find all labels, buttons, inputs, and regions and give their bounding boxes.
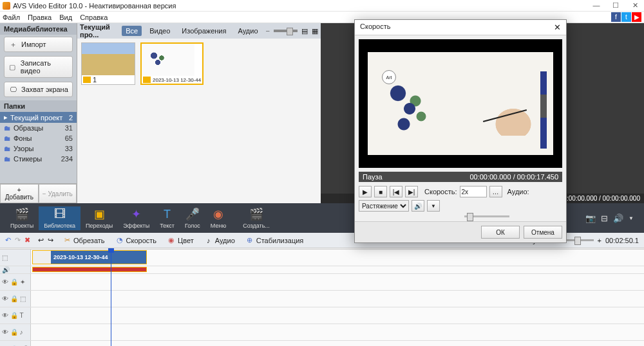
add-folder-button[interactable]: + Добавить bbox=[0, 184, 39, 203]
tab-images[interactable]: Изображения bbox=[178, 26, 230, 36]
gallery-title: Текущий про... bbox=[80, 23, 118, 39]
menu-edit[interactable]: Правка bbox=[28, 14, 52, 21]
tab-audio[interactable]: Аудио bbox=[234, 26, 261, 36]
playhead[interactable] bbox=[111, 248, 111, 346]
thumb-image bbox=[82, 43, 135, 75]
split-icon[interactable]: ⊟ bbox=[601, 214, 608, 223]
track-effects-head[interactable]: 👁 🔒 ✦ bbox=[0, 274, 31, 290]
thumb-image bbox=[142, 44, 194, 76]
facebook-icon[interactable]: f bbox=[611, 12, 621, 22]
dlg-prev-button[interactable]: |◀ bbox=[390, 186, 402, 197]
video-icon bbox=[143, 77, 151, 83]
folder-backgrounds[interactable]: 🖿Фоны65 bbox=[0, 133, 77, 143]
speed-more-button[interactable]: … bbox=[489, 186, 502, 197]
tab-transitions[interactable]: ▣Переходы bbox=[80, 206, 118, 230]
create-button[interactable]: 🎬Создать... bbox=[238, 206, 275, 230]
track-text-head[interactable]: 👁 🔒 T bbox=[0, 307, 31, 323]
tab-voice[interactable]: 🎤Голос bbox=[180, 206, 205, 230]
folder-actions: + Добавить − Удалить bbox=[0, 183, 77, 203]
tab-text[interactable]: TТекст bbox=[155, 206, 180, 230]
undo-icon[interactable]: ↶ bbox=[5, 236, 11, 244]
speed-button[interactable]: ◔Скорость bbox=[114, 235, 158, 246]
track-overlay[interactable] bbox=[31, 291, 644, 307]
track-voice-head[interactable]: 👁 🔒 🎤 bbox=[0, 341, 31, 346]
video-icon bbox=[83, 77, 91, 83]
clapper-icon: 🎬 bbox=[15, 207, 29, 221]
tab-library[interactable]: 🎞Библиотека bbox=[39, 206, 80, 230]
timeline-tracks: ⬚ 2023-10-13 12-30-44 🔊 👁 🔒 ✦ 👁 🔒 ⬚ 👁 🔒 … bbox=[0, 250, 644, 346]
tab-video[interactable]: Видео bbox=[146, 26, 174, 36]
color-button[interactable]: ◉Цвет bbox=[166, 235, 195, 246]
redo-history-icon[interactable]: ↪ bbox=[48, 236, 53, 244]
youtube-icon[interactable]: ▶ bbox=[632, 12, 641, 22]
effects-icon: ✦ bbox=[131, 207, 141, 221]
speed-dialog: Скорость ✕ Art Пауза 00:00:00.000 / 00:0… bbox=[354, 19, 567, 243]
track-music[interactable] bbox=[31, 324, 644, 340]
undo-history-icon[interactable]: ↩ bbox=[38, 236, 44, 244]
twitter-icon[interactable]: t bbox=[621, 12, 631, 22]
snapshot-icon[interactable]: 📷 bbox=[585, 214, 596, 223]
tab-effects[interactable]: ✦Эффекты bbox=[118, 206, 155, 230]
menu-help[interactable]: Справка bbox=[80, 14, 108, 21]
ok-button[interactable]: ОК bbox=[481, 226, 520, 239]
record-video-button[interactable]: ▢Записать видео bbox=[4, 56, 73, 78]
medialib-header: Медиабиблиотека bbox=[0, 23, 77, 35]
media-thumb-2[interactable]: 2023-10-13 12-30-44 bbox=[140, 42, 204, 85]
export-icon: 🎬 bbox=[249, 207, 263, 221]
minimize-button[interactable]: — bbox=[590, 1, 603, 10]
close-button[interactable]: ✕ bbox=[629, 1, 641, 10]
track-music-head[interactable]: 👁 🔒 ♪ bbox=[0, 324, 31, 340]
track-effects[interactable] bbox=[31, 274, 644, 290]
dlg-volume-drop-button[interactable]: ▼ bbox=[427, 200, 440, 212]
track-overlay-head[interactable]: 👁 🔒 ⬚ bbox=[0, 291, 31, 307]
track-audio[interactable] bbox=[31, 266, 644, 273]
cancel-button[interactable]: Отмена bbox=[524, 226, 562, 239]
tab-projects[interactable]: 🎬Проекты bbox=[5, 206, 39, 230]
speed-input[interactable] bbox=[460, 186, 487, 197]
folder-samples[interactable]: 🖿Образцы31 bbox=[0, 123, 77, 133]
folder-stickers[interactable]: 🖿Стикеры234 bbox=[0, 154, 77, 164]
zoom-minus-icon[interactable]: − bbox=[266, 27, 270, 35]
dlg-volume-button[interactable]: 🔊 bbox=[412, 200, 424, 212]
note-icon: ♪ bbox=[204, 236, 213, 245]
timeline: 00:00:14.1 00:00:28.3 00:00:42.4 00:00:5… bbox=[0, 248, 644, 346]
folder-current-project[interactable]: ▸Текущий проект2 bbox=[0, 112, 77, 123]
dialog-titlebar[interactable]: Скорость ✕ bbox=[355, 20, 566, 35]
import-button[interactable]: ＋Импорт bbox=[4, 37, 73, 52]
list-view-icon[interactable]: ▤ bbox=[301, 27, 308, 35]
speed-slider[interactable] bbox=[464, 215, 509, 217]
menu-view[interactable]: Вид bbox=[59, 14, 72, 21]
dlg-play-button[interactable]: ▶ bbox=[359, 186, 372, 197]
volume-icon[interactable]: 🔊 bbox=[613, 214, 623, 223]
track-text[interactable] bbox=[31, 307, 644, 323]
volume-dropdown-icon[interactable]: ▼ bbox=[629, 215, 634, 221]
dialog-close-icon[interactable]: ✕ bbox=[554, 23, 561, 32]
camera-icon: ▢ bbox=[8, 62, 17, 71]
zoom-in-icon[interactable]: + bbox=[598, 237, 601, 244]
tab-menu[interactable]: ◉Меню bbox=[205, 206, 231, 230]
folder-patterns[interactable]: 🖿Узоры33 bbox=[0, 143, 77, 154]
delete-icon[interactable]: ✖ bbox=[24, 236, 30, 244]
tab-all[interactable]: Все bbox=[122, 26, 142, 36]
audio-mode-select[interactable]: Растяжение bbox=[359, 200, 409, 212]
track-video-head[interactable]: ⬚ bbox=[0, 250, 31, 266]
track-voice[interactable] bbox=[31, 341, 644, 346]
menu-file[interactable]: Файл bbox=[3, 14, 20, 21]
screen-capture-button[interactable]: 🖵Захват экрана bbox=[4, 82, 73, 97]
audio-clip[interactable] bbox=[32, 267, 147, 272]
audio-button[interactable]: ♪Аудио bbox=[203, 235, 236, 246]
gallery-body: 1 2023-10-13 12-30-44 bbox=[77, 39, 321, 203]
video-clip[interactable]: 2023-10-13 12-30-44 bbox=[32, 250, 147, 264]
track-audio-head[interactable]: 🔊 bbox=[0, 266, 31, 273]
dlg-next-button[interactable]: ▶| bbox=[405, 186, 418, 197]
grid-view-icon[interactable]: ▦ bbox=[312, 27, 318, 35]
maximize-button[interactable]: ☐ bbox=[609, 1, 622, 10]
delete-folder-button[interactable]: − Удалить bbox=[39, 184, 77, 203]
thumb-zoom-slider[interactable] bbox=[274, 30, 298, 32]
stabilization-button[interactable]: ⊕Стабилизация bbox=[244, 235, 305, 246]
redo-icon[interactable]: ↷ bbox=[15, 236, 21, 244]
media-thumb-1[interactable]: 1 bbox=[81, 42, 135, 85]
dlg-stop-button[interactable]: ■ bbox=[374, 186, 387, 197]
track-video[interactable]: 2023-10-13 12-30-44 bbox=[31, 250, 644, 266]
trim-button[interactable]: ✂Обрезать bbox=[61, 235, 106, 246]
